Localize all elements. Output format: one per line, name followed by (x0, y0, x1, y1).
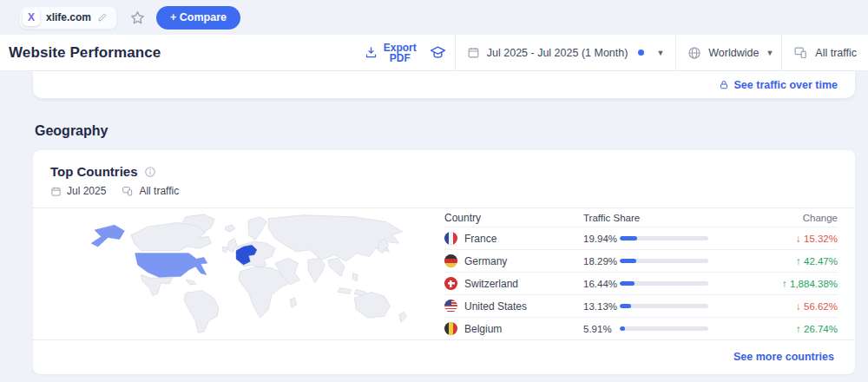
edit-pencil-icon[interactable] (97, 12, 108, 23)
country-name: Germany (464, 255, 507, 267)
table-row: United States 13.13% ↓ 56.62% (444, 294, 838, 317)
traffic-share-value: 18.29% (583, 256, 620, 267)
change-value: ↓ 15.32% (796, 234, 838, 244)
top-countries-title: Top Countries (50, 164, 138, 179)
page-header: Website Performance Export PDF Jul 2025 … (0, 35, 868, 71)
all-traffic-icon (122, 185, 134, 197)
traffic-share-bar-fill (620, 236, 637, 240)
top-countries-card: Top Countries Jul 2025 All traffic (33, 150, 855, 374)
map-region-alaska (91, 225, 124, 247)
date-range-label: Jul 2025 - Jul 2025 (1 Month) (487, 47, 628, 59)
export-label-line1: Export (384, 43, 417, 53)
traffic-share-value: 13.13% (583, 301, 620, 312)
calendar-icon (467, 46, 480, 59)
change-value: ↑ 42.47% (796, 256, 838, 267)
download-icon (365, 46, 378, 59)
traffic-share-value: 19.94% (583, 234, 620, 244)
compare-button[interactable]: + Compare (156, 6, 240, 30)
traffic-share-bar (620, 304, 708, 308)
column-header-country: Country (444, 212, 583, 224)
overview-card: See traffic over time (33, 71, 855, 98)
date-range-selector[interactable]: Jul 2025 - Jul 2025 (1 Month) ▼ (455, 35, 676, 70)
countries-table-header: Country Traffic Share Change (444, 208, 838, 227)
date-filter-dot (638, 49, 644, 56)
change-value: ↓ 56.62% (796, 301, 838, 312)
card-filter-traffic: All traffic (139, 185, 179, 197)
all-traffic-icon (793, 45, 808, 60)
countries-table-body: France 19.94% ↓ 15.32% Germany 18.29% ↑ … (444, 227, 838, 339)
country-flag-icon (444, 232, 457, 245)
region-label: Worldwide (708, 47, 759, 59)
see-traffic-over-time-label: See traffic over time (734, 79, 838, 91)
see-more-countries-link[interactable]: See more countries (733, 351, 834, 363)
table-row: France 19.94% ↓ 15.32% (444, 227, 838, 249)
see-traffic-over-time-link[interactable]: See traffic over time (719, 79, 838, 91)
traffic-share-bar (620, 326, 708, 331)
traffic-share-bar-fill (620, 259, 636, 263)
lock-icon (719, 79, 729, 90)
country-name: Switzerland (464, 278, 518, 290)
traffic-share-bar-fill (620, 281, 635, 286)
traffic-share-value: 5.91% (583, 324, 620, 334)
geography-section-title: Geography (35, 123, 868, 139)
chevron-down-icon: ▼ (656, 49, 664, 57)
traffic-share-bar (620, 281, 708, 286)
export-pdf-button[interactable]: Export PDF (353, 35, 428, 70)
table-row: Belgium 5.91% ↑ 26.74% (444, 317, 838, 339)
traffic-type-label: All traffic (815, 47, 857, 59)
card-filter-date: Jul 2025 (67, 185, 106, 197)
site-domain: xlife.com (46, 11, 91, 23)
site-bar: X xlife.com + Compare (0, 0, 868, 35)
site-chip[interactable]: X xlife.com (19, 6, 117, 30)
top-countries-card-header: Top Countries Jul 2025 All traffic (33, 150, 855, 207)
traffic-share-value: 16.44% (583, 279, 620, 289)
country-name: France (464, 233, 496, 245)
table-row: Germany 18.29% ↑ 42.47% (444, 249, 838, 272)
globe-icon (687, 46, 701, 60)
graduation-cap-icon (430, 44, 446, 61)
countries-table: Country Traffic Share Change France 19.9… (441, 208, 855, 339)
calendar-icon (50, 186, 62, 197)
export-label-line2: PDF (384, 53, 417, 63)
favorite-star-icon[interactable] (129, 10, 146, 26)
world-map (33, 208, 441, 339)
traffic-share-bar (620, 259, 708, 263)
country-flag-icon (444, 277, 457, 290)
column-header-traffic-share: Traffic Share (583, 213, 715, 223)
country-flag-icon (444, 254, 457, 267)
map-region-united-states (135, 254, 207, 278)
column-header-change: Change (715, 213, 838, 223)
chevron-down-icon: ▼ (766, 49, 773, 57)
country-name: United States (464, 300, 527, 313)
country-flag-icon (444, 322, 457, 335)
change-value: ↑ 26.74% (796, 324, 838, 334)
page-title: Website Performance (0, 44, 353, 62)
traffic-share-bar (620, 236, 708, 240)
change-value: ↑ 1,884.38% (782, 279, 838, 289)
traffic-share-bar-fill (620, 326, 625, 331)
region-selector[interactable]: Worldwide ▼ (675, 35, 781, 70)
table-row: Switzerland 16.44% ↑ 1,884.38% (444, 272, 838, 294)
info-icon[interactable] (144, 166, 156, 178)
traffic-type-selector[interactable]: All traffic (781, 35, 868, 70)
country-flag-icon (444, 300, 457, 313)
traffic-share-bar-fill (620, 304, 631, 308)
site-favicon: X (23, 9, 40, 26)
country-name: Belgium (464, 323, 502, 335)
learning-button[interactable] (428, 35, 455, 70)
